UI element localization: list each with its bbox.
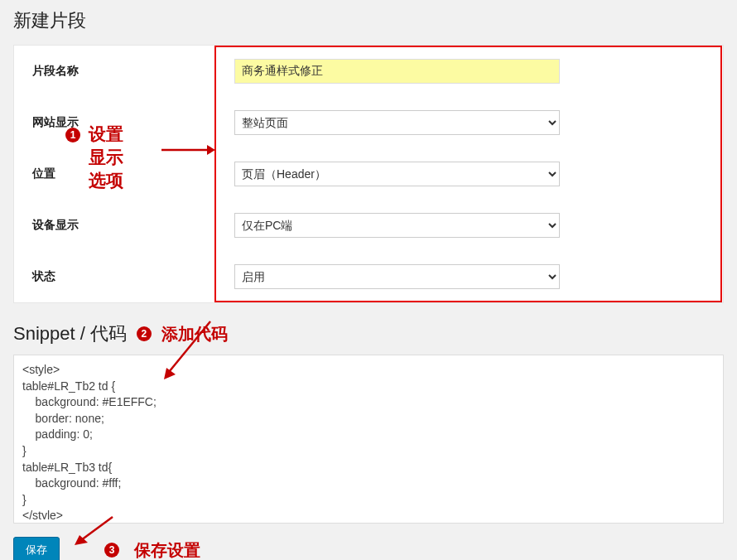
name-input[interactable]: [234, 59, 560, 84]
page-title: 新建片段: [13, 8, 724, 33]
device-display-label: 设备显示: [14, 200, 219, 251]
code-panel: <style> table#LR_Tb2 td { background: #E…: [13, 355, 724, 524]
annotation-3: 保存设置: [134, 539, 200, 561]
form-panel: 片段名称 网站显示 整站页面 位置 页眉（Header）: [13, 45, 724, 303]
snippet-header: Snippet / 代码 2 添加代码: [13, 321, 724, 346]
svg-line-4: [81, 517, 113, 540]
position-select[interactable]: 页眉（Header）: [234, 162, 560, 186]
site-display-label: 网站显示: [14, 97, 219, 148]
arrow-left-icon: [73, 514, 114, 547]
status-select[interactable]: 启用: [234, 264, 560, 289]
position-label: 位置: [14, 148, 219, 200]
code-textarea[interactable]: <style> table#LR_Tb2 td { background: #E…: [14, 355, 723, 519]
status-label: 状态: [14, 251, 219, 302]
badge-2: 2: [137, 326, 152, 341]
name-label: 片段名称: [14, 46, 219, 97]
save-button[interactable]: 保存: [13, 537, 60, 560]
site-display-select[interactable]: 整站页面: [234, 110, 560, 135]
save-row: 保存 3 保存设置: [13, 537, 724, 560]
device-display-select[interactable]: 仅在PC端: [234, 213, 560, 238]
annotation-2: 添加代码: [161, 323, 228, 345]
snippet-title: Snippet / 代码: [13, 321, 127, 346]
